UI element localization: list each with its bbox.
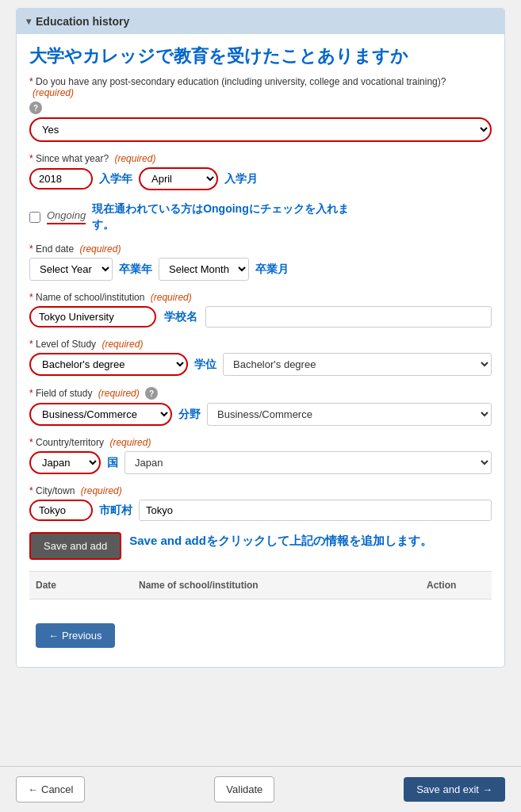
post-secondary-required: (required) [33,87,74,98]
field-study-annotation: 分野 [178,408,201,422]
country-full-select[interactable]: Japan USA Canada Australia [125,451,492,474]
end-date-row: Select Year 卒業年 Select Month 卒業月 [29,258,492,281]
table-header-row: Date Name of school/institution Action [29,572,492,599]
end-year-annotation: 卒業年 [119,262,152,277]
since-year-input[interactable]: 2018 [29,168,93,190]
country-required: (required) [109,437,151,448]
end-month-select[interactable]: Select Month [159,258,249,281]
ongoing-annotation: 現在通われている方はOngoingにチェックを入れます。 [92,201,370,232]
city-row: 市町村 [29,500,492,521]
previous-button[interactable]: ← Previous [36,623,115,648]
previous-arrow-icon: ← [48,630,59,642]
level-study-annotation: 学位 [194,358,216,372]
table-col-action: Action [420,576,492,594]
level-study-row: Bachelor's degree Master's degree PhD Di… [29,353,492,376]
save-exit-arrow-icon: → [482,783,492,795]
field-study-circled-select[interactable]: Business/Commerce Arts Science Engineeri… [29,403,172,426]
school-name-annotation: 学校名 [164,310,197,324]
end-month-annotation: 卒業月 [255,262,289,277]
field-study-required: (required) [98,388,140,399]
ongoing-row: Ongoing 現在通われている方はOngoingにチェックを入れます。 [29,201,492,232]
field-study-asterisk: * [29,388,33,399]
cancel-button[interactable]: ← Cancel [16,776,85,802]
field-study-group: * Field of study (required) ? Business/C… [29,387,492,426]
country-annotation: 国 [107,456,118,470]
school-name-label: * Name of school/institution (required) [29,292,492,303]
save-add-block: Save and add Save and addをクリックして上記の情報を追加… [29,532,492,560]
since-year-asterisk: * [29,153,33,164]
city-full-input[interactable] [139,500,492,521]
section-body: 大学やカレッジで教育を受けたことありますか * Do you have any … [17,34,504,667]
post-secondary-asterisk: * [29,76,33,87]
ongoing-group: Ongoing 現在通われている方はOngoingにチェックを入れます。 [29,201,492,232]
table-col-school: Name of school/institution [132,576,420,594]
level-study-asterisk: * [29,339,33,350]
since-year-label-text: Since what year? [36,153,109,164]
post-secondary-label-text: Do you have any post-secondary education… [36,76,446,87]
city-required: (required) [81,485,122,496]
cancel-label: Cancel [41,783,73,795]
city-label: * City/town (required) [29,485,492,496]
bottom-bar: ← Cancel Validate Save and exit → [0,766,521,812]
post-secondary-label: * Do you have any post-secondary educati… [29,76,492,98]
post-secondary-select[interactable]: Yes No [29,117,492,142]
school-name-row: 学校名 [29,306,492,327]
table-col-date: Date [29,576,132,594]
save-add-button[interactable]: Save and add [29,532,121,560]
section-collapse-icon[interactable]: ▾ [26,16,31,27]
ongoing-checkbox[interactable] [29,212,40,223]
level-study-required: (required) [102,339,143,350]
section-header: ▾ Education history [17,9,504,34]
country-asterisk: * [29,437,33,448]
city-label-text: City/town [36,485,75,496]
post-secondary-help-icon[interactable]: ? [29,102,42,114]
save-exit-button[interactable]: Save and exit → [404,777,505,802]
school-name-input[interactable] [29,306,156,327]
save-exit-label: Save and exit [416,783,479,795]
table-empty-area [29,599,492,615]
field-study-full-select[interactable]: Business/Commerce Arts Science [207,403,492,426]
since-year-required: (required) [114,153,155,164]
since-year-row: 2018 入学年 January February March April Ma… [29,167,492,190]
country-label: * Country/territory (required) [29,437,492,448]
level-study-group: * Level of Study (required) Bachelor's d… [29,339,492,376]
end-date-label-text: End date [36,243,74,255]
page-wrapper: ▾ Education history 大学やカレッジで教育を受けたことあります… [0,0,521,812]
since-month-select[interactable]: January February March April May June Ju… [139,167,218,190]
country-group: * Country/territory (required) Japan USA… [29,437,492,474]
ongoing-label: Ongoing [47,209,86,224]
save-add-annotation: Save and addをクリックして上記の情報を追加します。 [129,532,432,549]
section-title: Education history [36,15,129,28]
post-secondary-group: * Do you have any post-secondary educati… [29,76,492,143]
level-study-select[interactable]: Bachelor's degree Master's degree PhD Di… [29,353,188,376]
city-circled-input[interactable] [29,500,93,521]
level-study-label: * Level of Study (required) [29,339,492,350]
end-date-label: * End date (required) [29,243,492,255]
previous-label: Previous [62,630,102,642]
since-year-group: * Since what year? (required) 2018 入学年 J… [29,153,492,190]
japanese-heading: 大学やカレッジで教育を受けたことありますか [29,45,492,68]
level-study-full-select[interactable]: Bachelor's degree Master's degree PhD [223,353,492,376]
since-year-annotation: 入学年 [99,172,132,186]
table-area: Date Name of school/institution Action [29,571,492,615]
city-group: * City/town (required) 市町村 [29,485,492,521]
school-name-label-text: Name of school/institution [36,292,144,303]
end-date-group: * End date (required) Select Year 卒業年 Se… [29,243,492,281]
main-content: ▾ Education history 大学やカレッジで教育を受けたことあります… [0,0,521,766]
city-asterisk: * [29,485,33,496]
country-row: Japan USA Canada 国 Japan USA Canada Aust… [29,451,492,474]
end-year-select[interactable]: Select Year [29,258,113,281]
field-study-row: Business/Commerce Arts Science Engineeri… [29,403,492,426]
validate-button[interactable]: Validate [214,776,274,802]
since-month-annotation: 入学月 [224,172,258,186]
field-study-help-icon[interactable]: ? [145,387,158,400]
since-year-label: * Since what year? (required) [29,153,492,164]
country-circled-select[interactable]: Japan USA Canada [29,451,101,474]
school-name-required: (required) [151,292,192,303]
end-date-asterisk: * [29,243,33,255]
school-name-full-input[interactable] [205,306,492,327]
school-name-asterisk: * [29,292,33,303]
end-date-required: (required) [79,243,121,255]
cancel-arrow-icon: ← [28,783,38,795]
city-annotation: 市町村 [99,504,132,518]
